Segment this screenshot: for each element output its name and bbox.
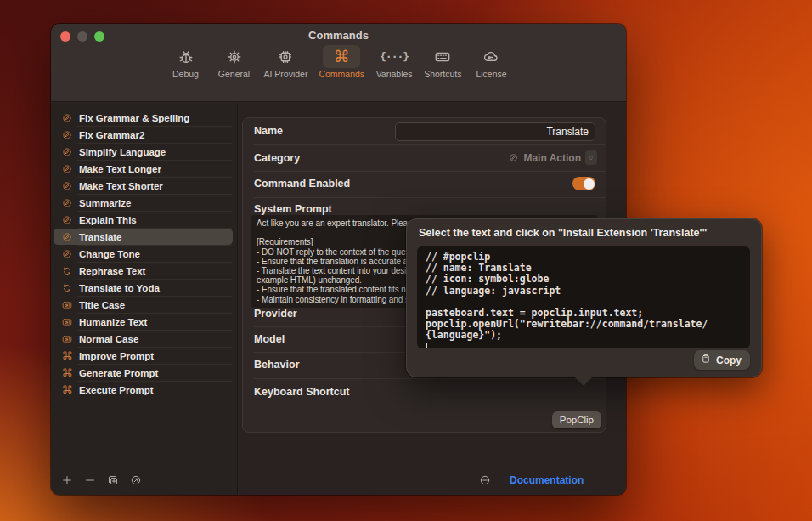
toolbar-item-shortcuts[interactable]: Shortcuts	[424, 45, 461, 79]
chip-icon	[267, 45, 304, 68]
toolbar-item-license[interactable]: License	[472, 45, 510, 79]
toolbar-item-label: AI Provider	[264, 69, 308, 79]
sidebar-item-label: Title Case	[79, 300, 125, 310]
textbox-icon	[61, 333, 73, 345]
name-label: Name	[254, 125, 283, 137]
pencil-circle-icon	[61, 163, 73, 175]
sidebar-item-translate[interactable]: Translate	[54, 229, 233, 245]
sidebar-item-improve-prompt[interactable]: ⌘Improve Prompt	[54, 348, 233, 364]
toolbar-item-ai-provider[interactable]: AI Provider	[264, 45, 308, 79]
toolbar-item-variables[interactable]: {···}Variables	[375, 45, 413, 79]
sidebar-item-label: Fix Grammar & Spelling	[79, 113, 189, 123]
pencil-circle-icon	[61, 248, 73, 260]
sidebar-item-normal-case[interactable]: Normal Case	[54, 331, 233, 347]
sidebar-item-label: Translate	[79, 232, 122, 242]
sidebar-item-execute-prompt[interactable]: ⌘Execute Prompt	[54, 382, 233, 398]
sidebar-item-summarize[interactable]: Summarize	[54, 195, 233, 211]
copy-button-label: Copy	[716, 354, 742, 366]
toggle-knob	[584, 178, 595, 190]
toolbar-item-debug[interactable]: Debug	[167, 45, 205, 79]
preferences-toolbar: DebugGeneralAI Provider⌘Commands{···}Var…	[51, 45, 626, 99]
toolbar-item-general[interactable]: General	[216, 45, 253, 79]
remove-circle-icon[interactable]	[478, 473, 492, 487]
toolbar-item-commands[interactable]: ⌘Commands	[319, 45, 364, 79]
sidebar-item-label: Make Text Longer	[79, 164, 161, 174]
gear-icon	[216, 45, 253, 68]
sidebar-item-label: Generate Prompt	[79, 368, 158, 378]
pencil-circle-icon	[508, 152, 519, 163]
system-prompt-label: System Prompt	[254, 203, 332, 215]
keyboard-shortcut-label: Keyboard Shortcut	[254, 386, 350, 398]
window-title: Commands	[51, 29, 626, 42]
separator	[254, 378, 606, 379]
pencil-circle-icon	[61, 197, 73, 209]
share-button[interactable]	[128, 473, 144, 488]
sidebar-item-translate-to-yoda[interactable]: Translate to Yoda	[54, 280, 233, 296]
toolbar-item-label: Variables	[376, 69, 413, 79]
toolbar-item-label: Debug	[172, 69, 199, 79]
sidebar-item-label: Fix Grammar2	[79, 130, 144, 140]
text-cursor	[426, 343, 427, 348]
separator	[254, 197, 606, 198]
pencil-circle-icon	[61, 129, 73, 141]
sidebar-item-fix-grammar2[interactable]: Fix Grammar2	[54, 127, 233, 143]
remove-button[interactable]	[82, 473, 98, 488]
command-enabled-toggle[interactable]	[572, 177, 595, 190]
category-dropdown[interactable]: Main Action	[508, 150, 597, 165]
category-label: Category	[254, 152, 300, 164]
duplicate-button[interactable]	[105, 473, 121, 488]
popover-arrow	[575, 377, 592, 386]
commands-sidebar: Fix Grammar & SpellingFix Grammar2Simpli…	[51, 103, 238, 495]
refresh-icon	[61, 282, 73, 294]
popclip-button-label: PopClip	[560, 415, 594, 425]
copy-button[interactable]: Copy	[694, 350, 750, 370]
sidebar-item-label: Make Text Shorter	[79, 181, 163, 191]
sidebar-item-label: Simplify Language	[79, 147, 166, 157]
pencil-circle-icon	[61, 231, 73, 243]
sidebar-item-make-text-shorter[interactable]: Make Text Shorter	[54, 178, 233, 194]
textbox-icon	[61, 316, 73, 328]
toolbar-item-label: Shortcuts	[424, 69, 461, 79]
sidebar-item-label: Execute Prompt	[79, 385, 154, 395]
provider-label: Provider	[254, 308, 297, 320]
title-bar[interactable]: Commands DebugGeneralAI Provider⌘Command…	[51, 24, 626, 102]
popover-title: Select the text and click on "Install Ex…	[419, 227, 752, 239]
category-value: Main Action	[523, 152, 581, 164]
sidebar-item-label: Normal Case	[79, 334, 138, 344]
pencil-circle-icon	[61, 180, 73, 192]
sidebar-item-label: Change Tone	[79, 249, 140, 259]
sidebar-item-humanize-text[interactable]: Humanize Text	[54, 314, 233, 330]
sidebar-item-label: Rephrase Text	[79, 266, 145, 276]
behavior-label: Behavior	[254, 359, 300, 371]
add-button[interactable]	[59, 473, 75, 488]
sidebar-footer-actions	[59, 473, 144, 488]
refresh-icon	[61, 265, 73, 277]
sidebar-item-fix-grammar-spelling[interactable]: Fix Grammar & Spelling	[54, 110, 233, 126]
toolbar-item-label: Commands	[319, 69, 364, 79]
popclip-button[interactable]: PopClip	[552, 411, 601, 428]
popclip-code-block[interactable]: // #popclip// name: Translate// icon: sy…	[417, 246, 750, 348]
sidebar-item-title-case[interactable]: Title Case	[54, 297, 233, 313]
sidebar-item-make-text-longer[interactable]: Make Text Longer	[54, 161, 233, 177]
model-label: Model	[254, 333, 285, 345]
sidebar-item-simplify-language[interactable]: Simplify Language	[54, 144, 233, 160]
stepper-icon	[585, 150, 597, 165]
braces-icon: {···}	[375, 45, 413, 68]
code-cursor-line	[426, 342, 742, 348]
sidebar-item-rephrase-text[interactable]: Rephrase Text	[54, 263, 233, 279]
name-value: Translate	[546, 126, 589, 138]
sidebar-item-label: Explain This	[79, 215, 137, 225]
code-line: {language}");	[426, 330, 742, 341]
separator	[254, 171, 606, 172]
name-input[interactable]: Translate	[395, 122, 595, 141]
sidebar-item-explain-this[interactable]: Explain This	[54, 212, 233, 228]
sidebar-item-generate-prompt[interactable]: ⌘Generate Prompt	[54, 365, 233, 381]
sidebar-item-label: Summarize	[79, 198, 131, 208]
command-list: Fix Grammar & SpellingFix Grammar2Simpli…	[51, 110, 235, 398]
toolbar-item-label: License	[476, 69, 506, 79]
documentation-link[interactable]: Documentation	[510, 474, 584, 486]
sidebar-item-change-tone[interactable]: Change Tone	[54, 246, 233, 262]
bug-icon	[167, 45, 205, 68]
cloud-icon	[472, 45, 510, 68]
code-line: // icon: symbol:globe	[426, 274, 742, 285]
